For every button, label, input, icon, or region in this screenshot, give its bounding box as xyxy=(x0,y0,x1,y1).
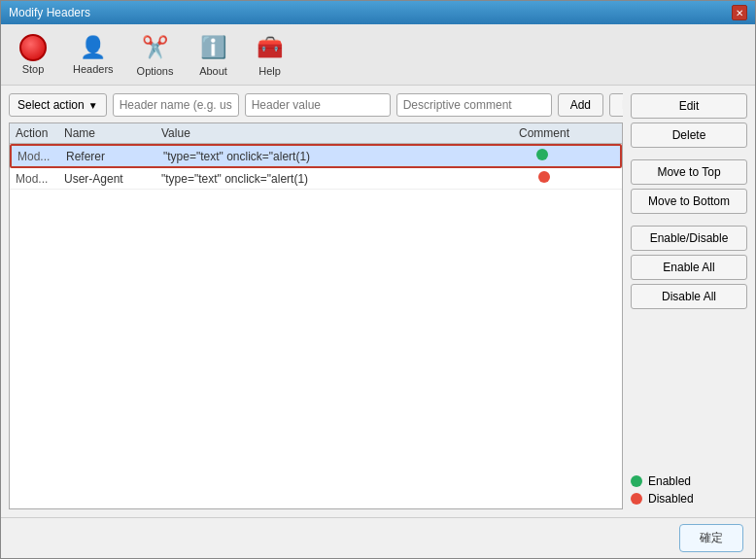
title-bar: Modify Headers ✕ xyxy=(1,1,755,24)
header-value-input[interactable] xyxy=(245,93,391,117)
dropdown-arrow-icon: ▼ xyxy=(88,100,98,111)
main-panel: Select action ▼ Add Reset Action Name Va… xyxy=(9,93,623,509)
controls-row: Select action ▼ Add Reset xyxy=(9,93,623,117)
table-row[interactable]: Mod... Referer "type="text" onclick="ale… xyxy=(10,144,622,168)
help-icon: 🧰 xyxy=(255,32,286,63)
select-action-label: Select action xyxy=(17,98,85,112)
legend-enabled: Enabled xyxy=(631,474,747,488)
legend-area: Enabled Disabled xyxy=(631,467,747,509)
stop-label: Stop xyxy=(22,63,45,75)
options-icon: ✂️ xyxy=(140,32,171,63)
options-label: Options xyxy=(137,65,174,77)
select-action-button[interactable]: Select action ▼ xyxy=(9,93,107,117)
enable-disable-button[interactable]: Enable/Disable xyxy=(631,226,747,251)
table-area: Action Name Value Comment Mod... Referer… xyxy=(9,122,623,509)
enabled-dot-icon xyxy=(631,475,642,487)
disabled-label: Disabled xyxy=(648,492,694,506)
table-row[interactable]: Mod... User-Agent "type="text" onclick="… xyxy=(10,168,622,190)
table-header: Action Name Value Comment xyxy=(10,123,622,144)
edit-button[interactable]: Edit xyxy=(631,93,747,119)
options-button[interactable]: ✂️ Options xyxy=(129,28,182,81)
headers-icon: 👤 xyxy=(80,34,107,61)
toolbar: Stop 👤 Headers ✂️ Options ℹ️ About 🧰 Hel… xyxy=(1,24,755,86)
row1-status-icon xyxy=(536,149,548,160)
disable-all-button[interactable]: Disable All xyxy=(631,284,747,309)
headers-button[interactable]: 👤 Headers xyxy=(65,30,121,79)
window-title: Modify Headers xyxy=(9,6,90,19)
header-name-input[interactable] xyxy=(113,93,239,117)
row2-value: "type="text" onclick="alert(1) xyxy=(161,172,538,186)
row1-action: Mod... xyxy=(17,150,66,163)
right-panel: Edit Delete Move to Top Move to Bottom E… xyxy=(631,93,747,509)
window: Modify Headers ✕ Stop 👤 Headers ✂️ Optio… xyxy=(0,0,756,559)
row2-comment xyxy=(538,171,616,186)
disabled-dot-icon xyxy=(631,493,642,505)
add-button[interactable]: Add xyxy=(558,93,603,117)
reset-button[interactable]: Reset xyxy=(609,93,623,117)
about-button[interactable]: ℹ️ About xyxy=(189,28,238,81)
legend-disabled: Disabled xyxy=(631,492,747,506)
move-to-bottom-button[interactable]: Move to Bottom xyxy=(631,189,747,214)
about-label: About xyxy=(199,65,227,77)
delete-button[interactable]: Delete xyxy=(631,122,747,148)
row2-status-icon xyxy=(538,171,550,183)
ok-button[interactable]: 確定 xyxy=(679,524,743,552)
about-icon: ℹ️ xyxy=(198,32,229,63)
move-to-top-button[interactable]: Move to Top xyxy=(631,159,747,185)
col-header-comment: Comment xyxy=(519,126,616,140)
row2-action: Mod... xyxy=(16,172,64,186)
enabled-label: Enabled xyxy=(648,474,691,488)
help-label: Help xyxy=(258,65,281,77)
content-area: Select action ▼ Add Reset Action Name Va… xyxy=(1,86,755,517)
stop-button[interactable]: Stop xyxy=(9,30,57,79)
row1-value: "type="text" onclick="alert(1) xyxy=(163,150,536,163)
enable-all-button[interactable]: Enable All xyxy=(631,255,747,280)
header-comment-input[interactable] xyxy=(396,93,552,117)
col-header-value: Value xyxy=(161,126,519,140)
row1-name: Referer xyxy=(66,150,163,163)
close-button[interactable]: ✕ xyxy=(732,5,747,20)
row2-name: User-Agent xyxy=(64,172,161,186)
row1-comment xyxy=(536,149,614,163)
stop-icon xyxy=(19,34,47,61)
bottom-bar: 確定 xyxy=(1,517,755,558)
headers-label: Headers xyxy=(73,63,114,75)
help-button[interactable]: 🧰 Help xyxy=(246,28,294,81)
col-header-action: Action xyxy=(16,126,64,140)
col-header-name: Name xyxy=(64,126,161,140)
